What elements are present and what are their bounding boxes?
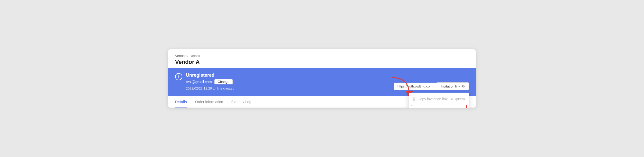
banner-content: Unregistered test@gmail.com Change 2022/…	[186, 73, 234, 90]
copy-invitation-link-item[interactable]: ⎘ Copy invitation link (Expired)	[409, 94, 469, 104]
gear-icon: ⚙	[462, 84, 465, 88]
main-card: Vendor / Details Vendor A i Unregistered…	[168, 49, 476, 108]
tab-details[interactable]: Details	[175, 96, 187, 107]
banner-right: https://auth.owlting.co Invitation link …	[394, 82, 469, 90]
invitation-link-button[interactable]: Invitation link ⚙	[437, 82, 469, 90]
banner-email-row: test@gmail.com Change	[186, 79, 234, 84]
banner-left: i Unregistered test@gmail.com Change 202…	[175, 73, 234, 90]
breadcrumb-parent[interactable]: Vendor	[175, 54, 186, 58]
invitation-url: https://auth.owlting.co	[394, 83, 437, 90]
expired-badge: (Expired)	[451, 97, 465, 101]
banner-status: Unregistered	[186, 73, 234, 78]
breadcrumb-separator: /	[187, 54, 188, 58]
breadcrumb: Vendor / Details	[175, 54, 469, 58]
banner-datetime: 2022/02/23 12:29 Link is created	[186, 86, 234, 90]
page-title: Vendor A	[175, 59, 469, 65]
invitation-dropdown: ⎘ Copy invitation link (Expired) ↻ Regen…	[409, 93, 469, 108]
invitation-link-label: Invitation link	[441, 84, 460, 88]
header-section: Vendor / Details Vendor A	[168, 49, 476, 68]
blue-banner: i Unregistered test@gmail.com Change 202…	[168, 68, 476, 96]
breadcrumb-current: Details	[190, 54, 200, 58]
banner-email: test@gmail.com	[186, 80, 212, 84]
regenerate-icon: ↻	[414, 107, 418, 108]
tab-order-information[interactable]: Order information	[195, 96, 223, 107]
change-button[interactable]: Change	[214, 79, 233, 84]
copy-invitation-link-label: Copy invitation link	[418, 97, 448, 101]
info-icon: i	[175, 73, 182, 80]
copy-icon: ⎘	[413, 97, 415, 101]
tab-events-log[interactable]: Events / Log	[231, 96, 251, 107]
regenerate-invitation-link-label: Regenerate invitation link	[420, 107, 461, 108]
regenerate-invitation-link-item[interactable]: ↻ Regenerate invitation link	[411, 105, 467, 108]
